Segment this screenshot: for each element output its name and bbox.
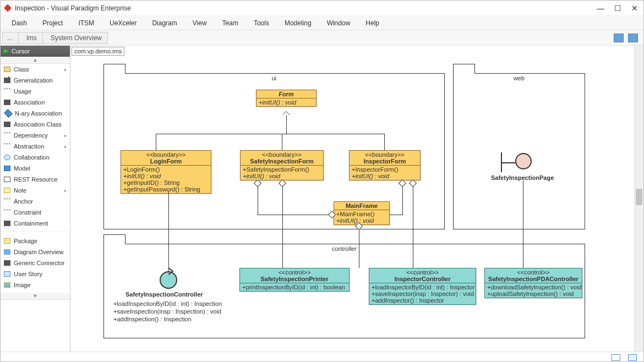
control-arrow-icon: [156, 267, 182, 292]
palette-item-generic-connector[interactable]: Generic Connector: [1, 257, 70, 268]
scrollbar-thumb[interactable]: [636, 189, 642, 205]
class-sif-op1: +initUI() : void: [243, 173, 321, 179]
assoc-class-icon: [4, 122, 10, 127]
menu-team[interactable]: Team: [215, 17, 246, 29]
class-loginform[interactable]: <<boundary>>LoginForm +LoginForm() +init…: [121, 150, 211, 194]
menu-project[interactable]: Project: [35, 17, 70, 29]
palette-item-nary[interactable]: N-ary Association: [1, 108, 70, 119]
status-doc-icon[interactable]: [628, 354, 637, 361]
palette-cursor[interactable]: ▶ Cursor: [1, 46, 70, 57]
class-form-op0: +initUI() : void: [259, 99, 314, 106]
package-path[interactable]: com.vp.demo.ims: [72, 47, 124, 56]
class-mainframe-name: MainFrame: [346, 202, 378, 209]
toolbar-icon-1[interactable]: [614, 34, 624, 42]
toolbar-icon-2[interactable]: [628, 34, 638, 42]
class-if-name: InspectorForm: [363, 158, 406, 164]
class-ic-name: InspectorController: [394, 276, 450, 282]
breadcrumb-overview[interactable]: System Overview: [42, 32, 108, 44]
class-mainframe[interactable]: MainFrame +MainFrame() +initUI() : void: [334, 201, 390, 225]
menu-uexceler[interactable]: UeXceler: [102, 17, 144, 29]
class-safetyinspectionpage-icon[interactable]: [515, 153, 532, 169]
assoc-mainframe-down: [359, 226, 359, 268]
menu-help[interactable]: Help: [358, 17, 387, 29]
palette-item-diagram-overview[interactable]: Diagram Overview: [1, 246, 70, 257]
package-web[interactable]: web: [453, 73, 585, 229]
class-loginform-name: LoginForm: [150, 158, 182, 164]
package-web-label: web: [454, 74, 585, 84]
entity-boundary-hline: [501, 162, 515, 163]
menu-window[interactable]: Window: [319, 17, 358, 29]
class-pdacontroller[interactable]: <<control>>SafetyInspectionPDAController…: [484, 268, 582, 298]
class-pda-op1: +uploadSafetyInspection() : void: [487, 290, 580, 297]
palette-item-generalization[interactable]: Generalization: [1, 75, 70, 86]
palette: ▶ Cursor ▲ Class Generalization Usage As…: [1, 46, 70, 352]
connector-icon: [4, 260, 10, 266]
maximize-button[interactable]: ☐: [614, 4, 621, 13]
palette-item-association[interactable]: Association: [1, 97, 70, 108]
breadcrumb-ims[interactable]: ims: [18, 32, 43, 44]
window-title: Inspection - Visual Paradigm Enterprise: [15, 4, 597, 12]
palette-item-class[interactable]: Class: [1, 64, 70, 75]
palette-collapse-up[interactable]: ▲: [1, 57, 70, 64]
menu-itsm[interactable]: ITSM: [70, 17, 102, 29]
palette-item-user-story[interactable]: User Story: [1, 268, 70, 279]
palette-item-dependency[interactable]: Dependency: [1, 130, 70, 141]
gen-sif-v: [282, 134, 282, 150]
assoc-sif-printer: [282, 186, 283, 268]
class-sif-name: SafetyInspectionForm: [250, 158, 314, 164]
dependency-icon: [4, 133, 10, 138]
palette-item-image[interactable]: Image: [1, 279, 70, 290]
class-ic-op0: +loadInspectorByID(id : int) : Inspector: [372, 284, 473, 290]
menu-diagram[interactable]: Diagram: [144, 17, 184, 29]
close-button[interactable]: ✕: [631, 4, 638, 13]
palette-item-constraint[interactable]: Constraint: [1, 207, 70, 218]
class-sic-op2: +addInspection() : Inspection: [113, 315, 222, 323]
collaboration-icon: [4, 155, 10, 160]
palette-item-package[interactable]: Package: [1, 235, 70, 246]
package-ui-label: ui: [104, 74, 444, 84]
class-mainframe-op1: +initUI() : void: [336, 217, 387, 224]
palette-item-abstraction[interactable]: Abstraction: [1, 141, 70, 152]
menu-modeling[interactable]: Modeling: [277, 17, 319, 29]
image-icon: [4, 282, 10, 288]
class-inspectorcontroller[interactable]: <<control>>InspectorController +loadInsp…: [369, 268, 476, 305]
statusbar: [1, 352, 643, 362]
app-logo-icon: [4, 4, 12, 12]
palette-item-usage[interactable]: Usage: [1, 86, 70, 97]
menu-view[interactable]: View: [185, 17, 215, 29]
palette-item-containment[interactable]: Containment: [1, 218, 70, 229]
palette-collapse-down[interactable]: ▼: [1, 293, 70, 300]
palette-item-model[interactable]: Model: [1, 163, 70, 174]
class-form-name: Form: [279, 91, 294, 97]
class-safetyinspectionform[interactable]: <<boundary>>SafetyInspectionForm +Safety…: [240, 150, 324, 180]
class-printer-op0: +printInspectionByID(id : int) : boolean: [242, 284, 347, 290]
assoc-login-sic: [168, 191, 169, 271]
class-form[interactable]: Form +initUI() : void: [256, 90, 316, 107]
class-pda-stereo: <<control>>: [487, 269, 580, 276]
class-printer[interactable]: <<control>>SafetyInspectionPrinter +prin…: [239, 268, 350, 292]
vertical-scrollbar[interactable]: [634, 46, 643, 352]
palette-item-anchor[interactable]: Anchor: [1, 196, 70, 207]
menu-dash[interactable]: Dash: [4, 17, 35, 29]
userstory-icon: [4, 271, 10, 277]
palette-item-rest[interactable]: REST Resource: [1, 174, 70, 185]
class-ic-stereo: <<control>>: [372, 269, 473, 276]
status-mail-icon[interactable]: [612, 354, 620, 361]
breadcrumb-root[interactable]: ...: [2, 32, 19, 44]
diagram-canvas[interactable]: ui web controller Form +initUI() : void …: [70, 57, 634, 352]
constraint-icon: [4, 210, 10, 215]
menu-tools[interactable]: Tools: [246, 17, 277, 29]
palette-item-note[interactable]: Note: [1, 185, 70, 196]
minimize-button[interactable]: —: [597, 4, 604, 13]
class-loginform-stereo: <<boundary>>: [123, 151, 209, 158]
diamond-icon: [4, 109, 13, 118]
class-inspectorform[interactable]: <<boundary>>InspectorForm +InspectorForm…: [349, 150, 421, 180]
gen-login-v: [156, 134, 156, 150]
class-icon: [4, 67, 10, 72]
gen-if-v: [384, 134, 385, 150]
association-icon: [4, 100, 10, 105]
cursor-label: Cursor: [12, 48, 30, 54]
palette-item-assoc-class[interactable]: Association Class: [1, 119, 70, 130]
class-pda-op0: +downloadSafetyInspection() : void: [487, 284, 580, 290]
palette-item-collaboration[interactable]: Collaboration: [1, 152, 70, 163]
